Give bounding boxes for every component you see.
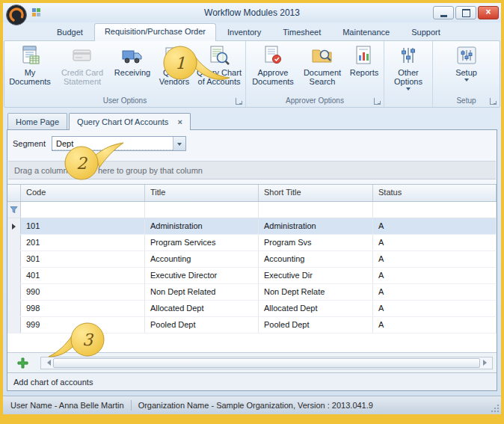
filter-cell-code[interactable] [21,202,145,218]
query-vendors-button[interactable]: Query Vendors [154,42,194,96]
my-documents-icon [19,44,41,67]
segment-row: Segment Dept [7,130,497,156]
receiving-label: Receiving [114,68,150,77]
row-indicator [7,251,21,267]
chevron-down-icon [406,87,411,93]
table-row[interactable]: 998 Allocated Dept Allocated Dept A [7,301,497,317]
group-label-setup: Setup [456,96,476,105]
my-documents-button[interactable]: My Documents [6,42,54,96]
other-options-buttons: Other Options [386,42,431,96]
other-options-label: Other Options [387,68,430,86]
table-row[interactable]: 401 Executive Director Executive Dir A [7,268,497,284]
row-indicator [7,218,21,234]
filter-cell-status[interactable] [373,202,497,218]
row-indicator [7,284,21,300]
ribbon-group-setup: Setup Setup [433,41,500,107]
table-row[interactable]: 990 Non Dept Related Non Dept Relate A [7,284,497,301]
chevron-down-icon [177,143,182,148]
cell-short-title: Allocated Dept [259,301,373,316]
credit-card-statement-button[interactable]: Credit Card Statement [54,42,111,96]
grid-header-row: Code Title Short Title Status [7,185,497,202]
ribbon-tab-requisition-purchase-order[interactable]: Requisition/Purchase Order [94,23,216,41]
filter-row[interactable] [7,202,497,218]
segment-dropdown-button[interactable] [173,137,185,150]
row-indicator [7,235,21,251]
scrollbar-thumb[interactable] [53,358,480,368]
ribbon-tab-bar: Budget Requisition/Purchase Order Invent… [3,22,501,40]
query-chart-of-accounts-label: Query Chart of Accounts [195,68,243,86]
user-options-buttons: My Documents Credit Card Statement [6,42,244,96]
table-row[interactable]: 101 Administration Administration A [7,218,497,235]
horizontal-scrollbar[interactable] [40,357,493,369]
cell-short-title: Executive Dir [259,268,373,283]
close-button[interactable]: × [478,6,499,19]
filter-cell-short-title[interactable] [259,202,373,218]
grid-corner-cell [7,185,21,201]
table-row[interactable]: 201 Program Services Program Svs A [7,235,497,251]
query-vendors-label: Query Vendors [155,68,194,86]
cell-short-title: Non Dept Relate [259,284,373,300]
document-search-button[interactable]: Document Search [298,42,346,96]
ribbon-tab-inventory[interactable]: Inventory [217,24,271,40]
column-header-title[interactable]: Title [145,185,259,201]
ribbon-tab-maintenance[interactable]: Maintenance [332,24,400,40]
grid-empty-area [7,334,497,352]
plus-icon [17,357,28,369]
query-chart-of-accounts-icon [208,44,230,67]
reports-label: Reports [350,68,379,77]
sliders-icon [397,44,420,67]
ribbon-tab-budget[interactable]: Budget [46,24,93,40]
segment-dropdown[interactable]: Dept [52,136,186,151]
cell-title: Non Dept Related [145,284,259,300]
ribbon-tab-support[interactable]: Support [401,24,451,40]
query-chart-of-accounts-button[interactable]: Query Chart of Accounts [194,42,244,96]
dialog-launcher-icon[interactable] [490,98,497,105]
table-row[interactable]: 999 Pooled Dept Pooled Dept A [7,317,497,334]
window-title: Workflow Modules 2013 [3,7,501,18]
current-row-arrow-icon [12,224,16,230]
tab-home-page[interactable]: Home Page [7,113,67,129]
approve-documents-icon [262,44,284,67]
tab-query-chart-of-accounts[interactable]: Query Chart Of Accounts × [69,113,191,130]
document-search-label: Document Search [299,68,345,86]
reports-button[interactable]: Reports [346,42,382,96]
cell-status: A [373,284,497,300]
scroll-right-button[interactable] [480,357,492,369]
filter-cell-title[interactable] [145,202,259,218]
column-header-short-title[interactable]: Short Title [259,185,373,201]
app-logo-icon[interactable] [5,4,28,26]
setup-icon [455,44,478,67]
column-header-status[interactable]: Status [373,185,497,201]
setup-button[interactable]: Setup [446,42,487,96]
query-vendors-icon [163,44,185,67]
dialog-launcher-icon[interactable] [236,98,242,105]
statusbar-organization: Organization Name - Sample Organization,… [138,401,373,410]
scroll-left-button[interactable] [41,357,53,369]
approve-documents-button[interactable]: Approve Documents [248,42,298,96]
ribbon-tab-timesheet[interactable]: Timesheet [272,24,331,40]
resize-grip[interactable] [491,404,499,412]
cell-short-title: Administration [259,218,373,234]
add-row-button[interactable] [11,355,34,370]
segment-dropdown-value[interactable]: Dept [52,137,173,150]
dialog-launcher-icon[interactable] [374,98,381,105]
accounts-grid: Code Title Short Title Status 101 [7,184,497,352]
group-by-bar[interactable]: Drag a column header here to group by th… [8,161,496,179]
minimize-button[interactable] [433,6,454,19]
receiving-button[interactable]: Receiving [111,42,154,96]
other-options-button[interactable]: Other Options [386,42,431,96]
statusbar-user: User Name - Anna Belle Martin [10,401,124,410]
ribbon-group-other-options: Other Options [384,41,433,107]
credit-card-statement-label: Credit Card Statement [55,68,110,86]
row-indicator [7,317,21,333]
table-row[interactable]: 301 Accounting Accounting A [7,251,497,268]
tab-home-page-label: Home Page [16,117,59,126]
cell-short-title: Program Svs [259,235,373,251]
cell-title: Administration [145,218,259,234]
group-label-user-options: User Options [103,96,147,105]
tab-query-chart-of-accounts-label: Query Chart Of Accounts [77,117,168,126]
maximize-button[interactable] [455,6,476,19]
cell-code: 401 [21,268,145,283]
column-header-code[interactable]: Code [21,185,145,201]
tab-close-icon[interactable]: × [177,118,182,126]
